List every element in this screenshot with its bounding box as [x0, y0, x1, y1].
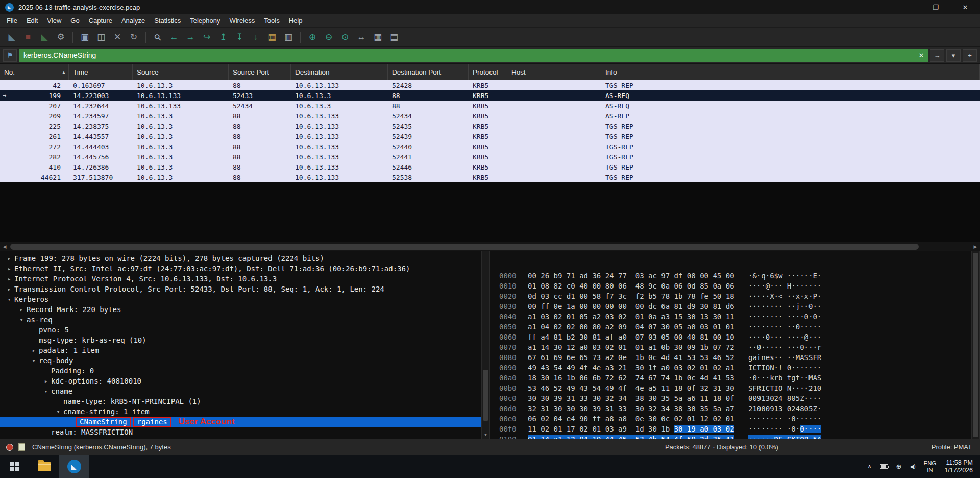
expert-info-icon[interactable] [6, 444, 13, 451]
details-scrollbar[interactable]: ▼ [481, 251, 490, 439]
hex-row-0000[interactable]: 000000 26 b9 71 ad 36 24 77 03 ac 97 df … [499, 271, 971, 281]
column-header-info[interactable]: Info [601, 64, 980, 80]
speaker-icon[interactable]: ◀) [910, 464, 915, 469]
column-header-source-port[interactable]: Source Port [229, 64, 291, 80]
packet-row-207[interactable]: 20714.23264410.6.13.1335243410.6.13.388K… [0, 101, 980, 111]
profile-status[interactable]: Profile: PMAT [932, 443, 972, 451]
packet-row-199[interactable]: 19914.22300310.6.13.1335243310.6.13.388K… [0, 90, 980, 101]
network-globe-icon[interactable]: ⊕ [896, 463, 902, 470]
zoom-out-icon[interactable]: ⊖ [321, 30, 336, 44]
wireshark-taskbar-button[interactable]: ◣ [59, 455, 89, 478]
tray-chevron-icon[interactable]: ∧ [867, 463, 871, 470]
expanded-arrow-icon[interactable]: ▾ [53, 409, 63, 415]
menu-help[interactable]: Help [284, 15, 307, 27]
hex-scroll-thumb[interactable] [973, 253, 978, 437]
resize-columns-icon[interactable]: ↔ [354, 30, 369, 44]
filter-clear-icon[interactable]: ✕ [915, 52, 928, 59]
collapsed-arrow-icon[interactable]: ▸ [4, 286, 14, 293]
hex-row-0030[interactable]: 003000 ff 0e 1a 00 00 00 00 00 dc 6a 81 … [499, 301, 971, 312]
go-last-packet-icon[interactable]: ↧ [232, 30, 247, 44]
column-header-destination[interactable]: Destination [291, 64, 388, 80]
minimize-button[interactable]: — [891, 0, 921, 14]
menu-telephony[interactable]: Telephony [185, 15, 225, 27]
menu-edit[interactable]: Edit [22, 15, 42, 27]
clock[interactable]: 11:58 PM 1/17/2026 [944, 459, 973, 474]
expanded-arrow-icon[interactable]: ▾ [4, 296, 14, 303]
zoom-in-icon[interactable]: ⊕ [305, 30, 320, 44]
close-capture-icon[interactable]: ✕ [110, 30, 125, 44]
detail-line[interactable]: pvno: 5 [0, 325, 481, 335]
save-file-icon[interactable]: ◫ [93, 30, 109, 44]
packet-row-44621[interactable]: 44621317.51387010.6.13.38810.6.13.133525… [0, 172, 980, 182]
packet-row-282[interactable]: 28214.44575610.6.13.38810.6.13.13352441K… [0, 152, 980, 162]
detail-line[interactable]: realm: MASSFRICTION [0, 427, 481, 437]
expanded-arrow-icon[interactable]: ▾ [41, 388, 51, 395]
scroll-left-icon[interactable]: ◀ [0, 242, 9, 251]
column-header-destination-port[interactable]: Destination Port [388, 64, 469, 80]
zoom-reset-icon[interactable]: ⊙ [337, 30, 353, 44]
stop-capture-icon[interactable]: ■ [20, 30, 36, 44]
column-header-source[interactable]: Source [133, 64, 229, 80]
menu-tools[interactable]: Tools [259, 15, 284, 27]
hex-row-00f0[interactable]: 00f011 02 01 17 02 01 03 a9 1d 30 1b 30 … [499, 424, 971, 434]
hex-row-0080[interactable]: 008067 61 69 6e 65 73 a2 0e 1b 0c 4d 41 … [499, 352, 971, 363]
capture-comment-icon[interactable] [18, 443, 25, 451]
detail-line[interactable]: msg-type: krb-as-req (10) [0, 335, 481, 345]
column-header-time[interactable]: Time [69, 64, 133, 80]
detail-line[interactable]: ▸padata: 1 item [0, 345, 481, 355]
column-header-host[interactable]: Host [507, 64, 601, 80]
hex-row-00c0[interactable]: 00c030 30 39 31 33 30 32 34 38 30 35 5a … [499, 393, 971, 403]
hex-row-0090[interactable]: 009049 43 54 49 4f 4e a3 21 30 1f a0 03 … [499, 363, 971, 373]
hex-row-0020[interactable]: 00200d 03 cc d1 00 58 f7 3c f2 b5 78 1b … [499, 291, 971, 301]
open-file-icon[interactable]: ▣ [77, 30, 92, 44]
close-button[interactable]: ✕ [950, 0, 980, 14]
hex-row-00d0[interactable]: 00d032 31 30 30 30 39 31 33 30 32 34 38 … [499, 403, 971, 414]
packet-row-410[interactable]: 41014.72638610.6.13.38810.6.13.13352446K… [0, 162, 980, 172]
packet-row-272[interactable]: 27214.44440310.6.13.38810.6.13.13352440K… [0, 141, 980, 152]
detail-line[interactable]: ▸kdc-options: 40810010 [0, 376, 481, 386]
file-explorer-taskbar-button[interactable] [30, 455, 59, 478]
filter-dropdown-icon[interactable]: ▾ [946, 49, 961, 62]
details-scroll-thumb[interactable] [483, 370, 488, 421]
collapsed-arrow-icon[interactable]: ▸ [41, 378, 51, 385]
filter-apply-button[interactable]: → [930, 49, 944, 62]
display-columns-icon[interactable]: ▦ [370, 30, 385, 44]
hex-row-0040[interactable]: 0040a1 03 02 01 05 a2 03 02 01 0a a3 15 … [499, 312, 971, 322]
packet-row-209[interactable]: 20914.23459710.6.13.38810.6.13.13352434K… [0, 111, 980, 121]
menu-capture[interactable]: Capture [84, 15, 117, 27]
collapsed-arrow-icon[interactable]: ▸ [16, 306, 27, 313]
filter-add-button[interactable]: + [963, 49, 977, 62]
detail-line[interactable]: ▸Record Mark: 220 bytes [0, 304, 481, 315]
horizontal-scrollbar[interactable]: ◀ ▶ [0, 242, 980, 251]
hex-row-0070[interactable]: 0070a1 14 30 12 a0 03 02 01 01 a1 0b 30 … [499, 342, 971, 352]
scroll-right-icon[interactable]: ▶ [971, 242, 980, 251]
menu-view[interactable]: View [42, 15, 66, 27]
hex-row-00a0[interactable]: 00a018 30 16 1b 06 6b 72 62 74 67 74 1b … [499, 373, 971, 383]
go-first-packet-icon[interactable]: ↥ [215, 30, 231, 44]
hex-row-0100[interactable]: 010001 14 a1 12 04 10 44 45 53 4b 54 4f … [499, 434, 971, 439]
filter-bookmark-icon[interactable]: ⚑ [3, 49, 17, 62]
hex-row-00b0[interactable]: 00b053 46 52 49 43 54 49 4f 4e a5 11 18 … [499, 383, 971, 393]
detail-line[interactable]: ▸Frame 199: 278 bytes on wire (2224 bits… [0, 253, 481, 264]
hex-row-0050[interactable]: 0050a1 04 02 02 00 80 a2 09 04 07 30 05 … [499, 322, 971, 332]
detail-line[interactable]: Padding: 0 [0, 366, 481, 376]
hex-row-00e0[interactable]: 00e006 02 04 e4 90 ff a8 a8 0e 30 0c 02 … [499, 414, 971, 424]
detail-line[interactable]: ▾as-req [0, 315, 481, 325]
collapsed-arrow-icon[interactable]: ▸ [4, 276, 14, 282]
menu-statistics[interactable]: Statistics [150, 15, 185, 27]
start-capture-icon[interactable]: ◣ [4, 30, 19, 44]
restart-capture-icon[interactable]: ◣ [37, 30, 52, 44]
packet-list-layout-icon[interactable]: ▥ [281, 30, 296, 44]
menu-wireless[interactable]: Wireless [225, 15, 259, 27]
hex-row-0010[interactable]: 001001 08 82 c0 40 00 80 06 48 9c 0a 06 … [499, 281, 971, 291]
go-to-packet-icon[interactable]: ↪ [199, 30, 214, 44]
maximize-button[interactable]: ❐ [921, 0, 950, 14]
collapsed-arrow-icon[interactable]: ▸ [29, 347, 39, 354]
find-packet-icon[interactable]: ⚲ [147, 27, 168, 47]
column-header-protocol[interactable]: Protocol [469, 64, 507, 80]
detail-line[interactable]: ▾cname [0, 386, 481, 396]
language-indicator[interactable]: ENG IN [923, 460, 936, 473]
hex-scrollbar[interactable] [971, 251, 980, 439]
battery-icon[interactable] [880, 464, 888, 469]
packet-row-42[interactable]: 420.16369710.6.13.38810.6.13.13352428KRB… [0, 80, 980, 90]
